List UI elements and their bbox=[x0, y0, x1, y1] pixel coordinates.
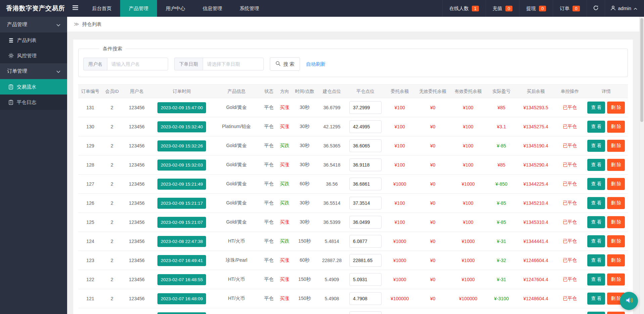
close-price-input[interactable] bbox=[349, 292, 382, 305]
product-cell: HT/火币 bbox=[212, 232, 261, 251]
stat-withdrawals[interactable]: 提现 0 bbox=[519, 0, 553, 17]
view-button[interactable]: 查 看 bbox=[587, 273, 605, 286]
sidebar-group-products[interactable]: 产品管理 bbox=[0, 17, 67, 33]
vertical-scrollbar[interactable] bbox=[639, 17, 644, 314]
sidebar-item-risk-control[interactable]: 风控管理 bbox=[0, 48, 67, 63]
control-status-cell: 已平仓 bbox=[555, 117, 585, 136]
after-balance-cell: ¥1344225.4 bbox=[516, 175, 555, 194]
row-actions: 查 看 删 除 bbox=[584, 102, 628, 114]
username-input[interactable] bbox=[107, 58, 168, 70]
nav-item-products[interactable]: 产品管理 bbox=[120, 0, 157, 17]
close-price-input[interactable] bbox=[349, 254, 382, 267]
status-cell: 平仓 bbox=[261, 136, 277, 155]
delete-button[interactable]: 删 除 bbox=[607, 102, 625, 114]
close-price-input[interactable] bbox=[349, 159, 382, 171]
stat-deposits[interactable]: 充值 0 bbox=[486, 0, 519, 17]
after-balance-cell: ¥1344441.4 bbox=[516, 232, 555, 251]
member-id-cell: 2 bbox=[102, 289, 121, 308]
delete-button[interactable]: 删 除 bbox=[607, 197, 625, 209]
group-label: 订单管理 bbox=[7, 68, 27, 74]
row-actions: 查 看 删 除 bbox=[584, 159, 628, 171]
after-balance-cell: ¥1345190.4 bbox=[516, 136, 555, 155]
search-button[interactable]: 搜 索 bbox=[270, 57, 300, 71]
product-cell: HT/火币 bbox=[212, 270, 261, 289]
view-button[interactable]: 查 看 bbox=[587, 121, 605, 133]
nav-item-info[interactable]: 信息管理 bbox=[194, 0, 231, 17]
order-date-input[interactable] bbox=[203, 58, 264, 70]
table-row: 130 2 123456 2023-02-09 15:32:40 Platinu… bbox=[78, 117, 628, 136]
after-balance-cell: ¥1247604.4 bbox=[516, 270, 555, 289]
entrust-balance-cell: ¥100 bbox=[384, 136, 416, 155]
user-menu[interactable]: admin bbox=[605, 0, 644, 17]
delete-button[interactable]: 删 除 bbox=[607, 312, 625, 314]
view-button[interactable]: 查 看 bbox=[587, 312, 605, 314]
control-status-cell: 已平仓 bbox=[555, 155, 585, 175]
username-cell: 123456 bbox=[121, 155, 152, 175]
order-time-cell: 2023-02-08 22:47:38 bbox=[152, 232, 212, 251]
close-price-input[interactable] bbox=[349, 273, 382, 286]
direction-cell: 买涨 bbox=[277, 270, 293, 289]
valid-entrust-cell: ¥100 bbox=[450, 98, 487, 117]
invalid-entrust-cell: ¥0 bbox=[416, 251, 450, 270]
valid-entrust-cell: ¥1000 bbox=[450, 175, 487, 194]
date-filter-label: 下单日期 bbox=[174, 58, 203, 70]
delete-button[interactable]: 删 除 bbox=[607, 121, 625, 133]
delete-button[interactable]: 删 除 bbox=[607, 159, 625, 171]
column-header: 产品信息 bbox=[212, 85, 261, 98]
sidebar-item-close-log[interactable]: 平仓日志 bbox=[0, 95, 67, 110]
close-price-input[interactable] bbox=[349, 216, 382, 229]
detail-cell: 查 看 删 除 bbox=[584, 270, 628, 289]
sidebar-group-orders[interactable]: 订单管理 bbox=[0, 63, 67, 79]
detail-cell: 查 看 删 除 bbox=[584, 232, 628, 251]
nav-item-dashboard[interactable]: 后台首页 bbox=[83, 0, 120, 17]
view-button[interactable]: 查 看 bbox=[587, 159, 605, 171]
stat-orders[interactable]: 订单 0 bbox=[553, 0, 586, 17]
control-status-cell: 已平仓 bbox=[555, 289, 585, 308]
delete-button[interactable]: 删 除 bbox=[607, 216, 625, 228]
sidebar-item-trade-flow[interactable]: 交易流水 bbox=[0, 79, 67, 95]
sidebar-item-product-list[interactable]: 产品列表 bbox=[0, 33, 67, 48]
view-button[interactable]: 查 看 bbox=[587, 254, 605, 266]
scrollbar-thumb[interactable] bbox=[640, 18, 643, 122]
view-button[interactable]: 查 看 bbox=[587, 216, 605, 228]
delete-button[interactable]: 删 除 bbox=[607, 140, 625, 152]
order-id-cell: 127 bbox=[78, 175, 102, 194]
view-button[interactable]: 查 看 bbox=[587, 235, 605, 247]
close-price-input[interactable] bbox=[349, 235, 382, 248]
nav-item-users[interactable]: 用户中心 bbox=[157, 0, 194, 17]
view-button[interactable]: 查 看 bbox=[587, 293, 605, 305]
refresh-button[interactable] bbox=[587, 0, 605, 17]
view-button[interactable]: 查 看 bbox=[587, 178, 605, 190]
member-id-cell: 2 bbox=[102, 251, 121, 270]
view-button[interactable]: 查 看 bbox=[587, 102, 605, 114]
close-price-input[interactable] bbox=[349, 139, 382, 152]
delete-button[interactable]: 删 除 bbox=[607, 254, 625, 266]
actual-profit-cell: ¥-85 bbox=[487, 213, 516, 232]
view-button[interactable]: 查 看 bbox=[587, 197, 605, 209]
control-status-cell: 已平仓 bbox=[555, 136, 585, 155]
actual-profit-cell: ¥-85 bbox=[487, 194, 516, 213]
search-legend: 条件搜索 bbox=[99, 46, 126, 52]
close-price-input[interactable] bbox=[349, 311, 382, 314]
sidebar-item-label: 产品列表 bbox=[17, 37, 37, 44]
open-price-cell: 5.4909 bbox=[317, 270, 347, 289]
username-cell: 123456 bbox=[121, 289, 152, 308]
username-filter: 用户名 bbox=[83, 58, 168, 70]
close-price-input[interactable] bbox=[349, 197, 382, 209]
delete-button[interactable]: 删 除 bbox=[607, 235, 625, 247]
delete-button[interactable]: 删 除 bbox=[607, 273, 625, 286]
view-button[interactable]: 查 看 bbox=[587, 140, 605, 152]
sidebar-toggle-button[interactable] bbox=[67, 0, 83, 17]
nav-item-system[interactable]: 系统管理 bbox=[231, 0, 268, 17]
order-time-cell: 2023-02-07 16:49:41 bbox=[152, 251, 212, 270]
sound-fab-button[interactable] bbox=[620, 292, 638, 310]
time-points-cell: 30秒 bbox=[293, 194, 317, 213]
close-price-input[interactable] bbox=[349, 178, 382, 190]
delete-button[interactable]: 删 除 bbox=[607, 178, 625, 190]
stat-online-users[interactable]: 在线人数 1 bbox=[442, 0, 486, 17]
member-id-cell: 2 bbox=[102, 194, 121, 213]
close-price-input[interactable] bbox=[349, 101, 382, 114]
auto-refresh-link[interactable]: 自动刷新 bbox=[306, 61, 326, 67]
control-status-cell: 已平仓 bbox=[555, 98, 585, 117]
close-price-input[interactable] bbox=[349, 120, 382, 133]
